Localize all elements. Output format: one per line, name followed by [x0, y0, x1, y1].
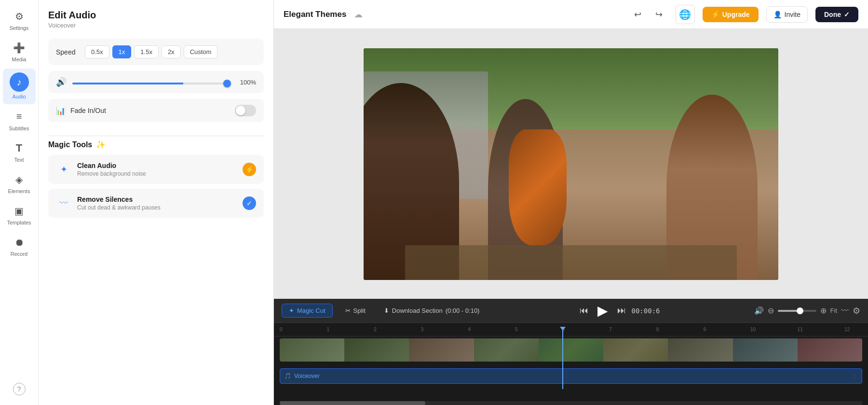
- upgrade-button[interactable]: ⚡ Upgrade: [703, 7, 759, 22]
- voiceover-track-row: 🎵 Voiceover ⋮: [274, 363, 868, 389]
- split-icon: ✂: [345, 307, 351, 314]
- remove-silences-desc: Cut out dead & awkward pauses: [77, 204, 237, 211]
- magic-tools-title: Magic Tools: [48, 140, 92, 149]
- sidebar-label-settings: Settings: [10, 25, 29, 31]
- redo-button[interactable]: ↪: [651, 6, 668, 23]
- sidebar-item-subtitles[interactable]: ≡ Subtitles: [3, 106, 36, 136]
- video-thumb-4: [474, 338, 539, 362]
- voiceover-track[interactable]: 🎵 Voiceover ⋮: [280, 368, 862, 384]
- zoom-out-button[interactable]: ⊖: [768, 306, 774, 315]
- ruler-mark-10: 10: [750, 327, 756, 332]
- split-label: Split: [353, 307, 366, 314]
- invite-label: Invite: [785, 11, 800, 18]
- playhead-arrow: [560, 327, 566, 331]
- sidebar-item-audio[interactable]: ♪ Audio: [3, 69, 36, 104]
- ruler-mark-0: 0: [280, 327, 283, 332]
- zoom-in-button[interactable]: ⊕: [820, 306, 827, 315]
- remove-silences-title: Remove Silences: [77, 196, 237, 203]
- magic-cut-button[interactable]: ✦ Magic Cut: [282, 304, 333, 318]
- timeline-settings-button[interactable]: ⚙: [853, 306, 860, 316]
- left-panel: Edit Audio Voiceover Speed 0.5x 1x 1.5x …: [39, 0, 274, 405]
- video-thumb-5: [539, 338, 603, 362]
- sidebar-item-help[interactable]: ?: [3, 379, 36, 399]
- record-icon: ⏺: [13, 236, 26, 249]
- sidebar-item-settings[interactable]: ⚙ Settings: [3, 6, 36, 35]
- download-range: (0:00 - 0:10): [446, 307, 480, 314]
- zoom-slider[interactable]: [778, 310, 816, 312]
- remove-silences-icon: 〰: [56, 196, 71, 211]
- sidebar-item-text[interactable]: T Text: [3, 138, 36, 167]
- download-icon: ⬇: [384, 307, 389, 314]
- play-button[interactable]: ▶: [594, 302, 611, 320]
- timeline-area: ✦ Magic Cut ✂ Split ⬇ Download Section (…: [274, 299, 868, 405]
- ruler-mark-8: 8: [656, 327, 659, 332]
- video-preview: [274, 29, 868, 299]
- playback-controls: ⏮ ▶ ⏭ 00:00:6: [580, 302, 660, 320]
- text-icon: T: [13, 141, 26, 155]
- sidebar-item-record[interactable]: ⏺ Record: [3, 232, 36, 261]
- media-icon: ➕: [13, 41, 26, 55]
- icon-sidebar: ⚙ Settings ➕ Media ♪ Audio ≡ Subtitles T…: [0, 0, 39, 405]
- video-track[interactable]: [280, 338, 862, 362]
- waveform-button[interactable]: 〰: [841, 307, 849, 315]
- sidebar-label-audio: Audio: [12, 94, 26, 100]
- subtitles-icon: ≡: [13, 110, 26, 124]
- video-thumbnails: [280, 338, 862, 362]
- remove-silences-card[interactable]: 〰 Remove Silences Cut out dead & awkward…: [48, 189, 264, 218]
- volume-slider[interactable]: [72, 83, 231, 84]
- timeline-scroll-thumb[interactable]: [280, 401, 425, 405]
- sidebar-item-media[interactable]: ➕ Media: [3, 37, 36, 67]
- done-button[interactable]: Done ✓: [815, 7, 858, 22]
- timeline-volume-icon[interactable]: 🔊: [754, 306, 764, 315]
- voiceover-resize-handle[interactable]: ⋮: [853, 369, 856, 383]
- speed-custom[interactable]: Custom: [184, 45, 218, 58]
- invite-person-icon: 👤: [773, 11, 782, 18]
- fade-toggle[interactable]: [235, 105, 256, 116]
- fit-button[interactable]: Fit: [830, 307, 837, 314]
- video-thumb-1: [280, 338, 344, 362]
- main-area: Elegant Themes ☁ ↩ ↪ 🌐 ⚡ Upgrade 👤 Invit…: [274, 0, 868, 405]
- remove-silences-text: Remove Silences Cut out dead & awkward p…: [77, 196, 237, 211]
- clean-audio-card[interactable]: ✦ Clean Audio Remove background noise ⚡: [48, 155, 264, 184]
- volume-value: 100%: [237, 79, 256, 86]
- split-button[interactable]: ✂ Split: [339, 304, 372, 317]
- clean-audio-desc: Remove background noise: [77, 170, 237, 177]
- speed-section: Speed 0.5x 1x 1.5x 2x Custom: [48, 39, 264, 65]
- sidebar-label-subtitles: Subtitles: [9, 126, 29, 132]
- voiceover-label: Voiceover: [294, 373, 320, 379]
- audio-icon: ♪: [10, 72, 29, 92]
- clean-audio-upgrade-badge: ⚡: [243, 163, 256, 176]
- speed-1x[interactable]: 1x: [112, 45, 132, 58]
- clean-audio-icon: ✦: [56, 162, 71, 177]
- volume-section: 🔊 100%: [48, 71, 264, 93]
- download-section-button[interactable]: ⬇ Download Section (0:00 - 0:10): [378, 304, 486, 317]
- sidebar-item-templates[interactable]: ▣ Templates: [3, 200, 36, 230]
- sidebar-label-record: Record: [11, 251, 27, 257]
- ruler-mark-3: 3: [421, 327, 424, 332]
- undo-button[interactable]: ↩: [629, 6, 647, 23]
- invite-button[interactable]: 👤 Invite: [766, 6, 808, 23]
- undo-redo: ↩ ↪: [629, 6, 668, 23]
- zoom-slider-wrap: [778, 310, 816, 312]
- timeline-scrollbar[interactable]: [280, 401, 862, 405]
- globe-button[interactable]: 🌐: [676, 5, 695, 24]
- skip-forward-button[interactable]: ⏭: [617, 306, 626, 316]
- skip-back-button[interactable]: ⏮: [580, 306, 588, 316]
- fade-icon: 📊: [56, 106, 66, 115]
- timeline-tracks: 0 1 2 3 4 5 6 7 8 9 10 11 12: [274, 323, 868, 401]
- speed-2x[interactable]: 2x: [162, 45, 181, 58]
- clean-audio-text: Clean Audio Remove background noise: [77, 162, 237, 177]
- speed-05x[interactable]: 0.5x: [85, 45, 109, 58]
- separator-1: [48, 136, 264, 136]
- video-thumb-2: [344, 338, 409, 362]
- sidebar-label-media: Media: [12, 56, 27, 63]
- cloud-icon[interactable]: ☁: [354, 9, 363, 20]
- sidebar-item-elements[interactable]: ◈ Elements: [3, 169, 36, 198]
- toggle-wrap[interactable]: [235, 105, 256, 116]
- speed-15x[interactable]: 1.5x: [134, 45, 159, 58]
- speed-buttons: 0.5x 1x 1.5x 2x Custom: [85, 45, 217, 58]
- download-label: Download Section: [392, 307, 443, 314]
- voiceover-note-icon: 🎵: [284, 373, 291, 379]
- toggle-thumb: [236, 106, 245, 115]
- magic-sparkle-icon: ✨: [96, 140, 106, 149]
